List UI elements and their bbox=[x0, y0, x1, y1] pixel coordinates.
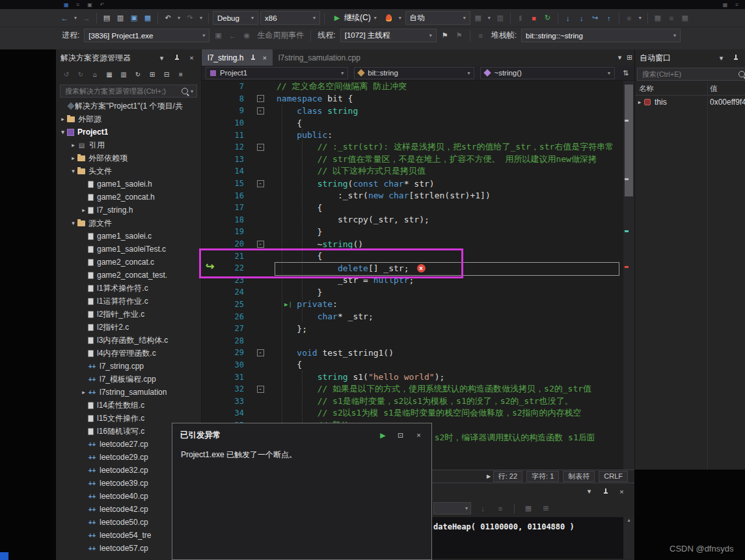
nest-button[interactable]: ⊞ bbox=[148, 69, 157, 81]
tab-l7-string-h[interactable]: l7_string.h × bbox=[202, 49, 273, 66]
settings-button[interactable]: ⊞ bbox=[540, 503, 552, 514]
code-line[interactable]: 10 { bbox=[202, 117, 634, 129]
tree-item[interactable]: game1_saolei.h bbox=[56, 178, 201, 191]
continue-icon[interactable]: ▶ bbox=[379, 429, 387, 441]
titlebar-icon[interactable]: ▦ bbox=[723, 2, 728, 8]
code-line[interactable]: 34 // s2以s1为模 s1是临时变量的栈空间会做释放，s2指向的内存栈空 bbox=[202, 407, 634, 420]
solution-search-box[interactable]: ▾ bbox=[60, 85, 197, 98]
pin-icon[interactable] bbox=[172, 53, 182, 63]
code-line[interactable]: 8-namespace bit { bbox=[202, 93, 634, 105]
autos-search-input[interactable] bbox=[641, 70, 736, 79]
code-line[interactable]: 28 bbox=[202, 334, 634, 347]
code-line[interactable]: 7// 定义命名空间做隔离 防止冲突 bbox=[202, 81, 634, 93]
find-in-files-button[interactable]: ▦ bbox=[652, 12, 664, 24]
code-line[interactable]: 21 { bbox=[202, 250, 634, 262]
split-window-icon[interactable]: ⇅ bbox=[621, 68, 630, 78]
diagnostics-chevron[interactable]: ▾ bbox=[637, 12, 643, 24]
window-options-icon[interactable]: ⊞ bbox=[625, 53, 634, 62]
tree-item[interactable]: game2_concat.h bbox=[56, 191, 201, 204]
navigate-back-button[interactable]: ← bbox=[59, 12, 70, 24]
tree-item[interactable]: 解决方案"Project1"(1 个项目/共 bbox=[56, 100, 201, 113]
search-chevron[interactable]: ▾ bbox=[191, 88, 193, 94]
expander-icon[interactable]: ▸ bbox=[59, 116, 67, 122]
run-to-click-icon[interactable]: ▶| bbox=[284, 301, 293, 308]
code-line[interactable]: 31 string s1("hello world"); bbox=[202, 371, 634, 383]
save-all-button[interactable]: ▦ bbox=[142, 12, 154, 24]
tree-item[interactable]: l2指针2.c bbox=[56, 321, 201, 334]
step-back-button[interactable]: ← bbox=[226, 30, 238, 42]
tree-item[interactable]: game2_concat.c bbox=[56, 256, 201, 269]
step-into-button[interactable]: ↓ bbox=[576, 12, 588, 24]
editor-scrollbar[interactable] bbox=[623, 81, 634, 470]
code-line[interactable]: 20- ~string() bbox=[202, 238, 634, 250]
solution-search-input[interactable] bbox=[64, 87, 179, 96]
expander-icon[interactable]: ▸ bbox=[79, 207, 88, 213]
profiler-button[interactable]: ▥ bbox=[494, 12, 506, 24]
window-position-chevron[interactable]: ▾ bbox=[157, 53, 167, 63]
code-line[interactable]: 32- // 如果是以下的方式，使用系统默认的构造函数做浅拷贝，s2的_str值 bbox=[202, 383, 634, 395]
code-line[interactable]: 17 { bbox=[202, 202, 634, 214]
switch-views-button[interactable]: ▦ bbox=[105, 69, 114, 81]
redo-chevron[interactable]: ▾ bbox=[198, 12, 204, 24]
code-line[interactable]: 33 // s1是临时变量，s2以s1为模板，s1的没了，s2的_str也没了。 bbox=[202, 395, 634, 407]
lifecycle-events-label[interactable]: 生命周期事件 bbox=[257, 30, 304, 41]
new-file-button[interactable]: ▤ bbox=[101, 12, 113, 24]
tabs-indicator[interactable]: 制表符 bbox=[563, 471, 595, 482]
navigate-forward-button[interactable]: → bbox=[81, 12, 92, 24]
column-indicator[interactable]: 字符: 1 bbox=[526, 471, 559, 482]
tab-l7string-samulation-cpp[interactable]: l7string_samulation.cpp bbox=[273, 49, 366, 66]
code-line[interactable]: 9- class string bbox=[202, 105, 634, 117]
apply-code-changes-button[interactable]: ▦ bbox=[472, 12, 484, 24]
close-icon[interactable]: × bbox=[262, 54, 266, 62]
pin-icon[interactable] bbox=[731, 53, 740, 63]
panel-scrollbar[interactable]: ▴ bbox=[623, 517, 634, 559]
tree-item[interactable]: l1算术操作符.c bbox=[56, 282, 201, 295]
close-icon[interactable]: × bbox=[187, 53, 196, 63]
scroll-up-icon[interactable]: ▴ bbox=[627, 517, 630, 523]
tree-item[interactable]: ▾源文件 bbox=[56, 217, 201, 230]
code-line[interactable]: 30 { bbox=[202, 359, 634, 371]
collapse-box-icon[interactable]: - bbox=[257, 95, 264, 102]
fold-marker[interactable]: - bbox=[244, 144, 277, 151]
clear-all-button[interactable]: ↓ bbox=[477, 503, 489, 514]
tree-item[interactable]: ▸外部依赖项 bbox=[56, 152, 201, 165]
pin-icon[interactable] bbox=[601, 487, 610, 496]
redo-button[interactable]: ↷ bbox=[184, 12, 196, 24]
tree-item[interactable]: game1_saolei.c bbox=[56, 230, 201, 243]
hot-reload-button[interactable] bbox=[383, 12, 395, 24]
collapse-box-icon[interactable]: - bbox=[257, 107, 264, 114]
continue-button[interactable]: ▶ 继续(C) ▾ bbox=[329, 11, 381, 25]
extensions-button[interactable]: ▦ bbox=[679, 12, 691, 24]
pending-changes-filter-button[interactable]: ▥ bbox=[119, 69, 128, 81]
close-icon[interactable]: × bbox=[617, 487, 627, 496]
fold-marker[interactable]: - bbox=[244, 241, 277, 248]
code-area[interactable]: 7// 定义命名空间做隔离 防止冲突8-namespace bit {9- cl… bbox=[202, 81, 634, 470]
dock-icon[interactable]: ⊡ bbox=[396, 431, 405, 440]
expander-icon[interactable]: ▸ bbox=[79, 389, 88, 395]
collapse-box-icon[interactable]: - bbox=[257, 180, 264, 187]
fold-marker[interactable]: - bbox=[244, 180, 277, 187]
hot-reload-chevron[interactable]: ▾ bbox=[397, 12, 403, 24]
code-line[interactable]: 29- void test_string1() bbox=[202, 347, 634, 359]
thread-combo[interactable]: [1072] 主线程 ▾ bbox=[340, 29, 437, 42]
expander-icon[interactable]: ▾ bbox=[69, 168, 77, 174]
break-all-button[interactable]: ‖ bbox=[515, 12, 526, 24]
tree-item[interactable]: l14柔性数组.c bbox=[56, 399, 201, 412]
line-ending-indicator[interactable]: CRLF bbox=[599, 471, 628, 482]
stack-frame-combo[interactable]: bit::string::~string ▾ bbox=[521, 29, 681, 42]
member-dropdown[interactable]: ~string() ▾ bbox=[480, 67, 615, 79]
window-position-chevron[interactable]: ▾ bbox=[584, 487, 594, 496]
restart-button[interactable]: ↻ bbox=[542, 12, 554, 24]
code-line[interactable]: 24 } bbox=[202, 286, 634, 299]
tree-item[interactable]: l2指针_作业.c bbox=[56, 308, 201, 321]
titlebar-icon[interactable]: ≡ bbox=[735, 2, 738, 8]
expander-icon[interactable]: ▸ bbox=[69, 142, 77, 148]
watch-row[interactable]: ▸this0x00eff9f4 bbox=[635, 96, 745, 108]
tree-item[interactable]: l3内存函数_结构体.c bbox=[56, 334, 201, 347]
fold-marker[interactable]: - bbox=[244, 386, 277, 393]
open-file-button[interactable]: ▥ bbox=[115, 12, 126, 24]
tree-forward-button[interactable]: ↻ bbox=[76, 69, 85, 81]
fold-marker[interactable]: - bbox=[244, 349, 277, 356]
tree-item[interactable]: ▸l7_string.h bbox=[56, 204, 201, 217]
toggle-word-wrap-button[interactable]: ≡ bbox=[494, 503, 506, 514]
